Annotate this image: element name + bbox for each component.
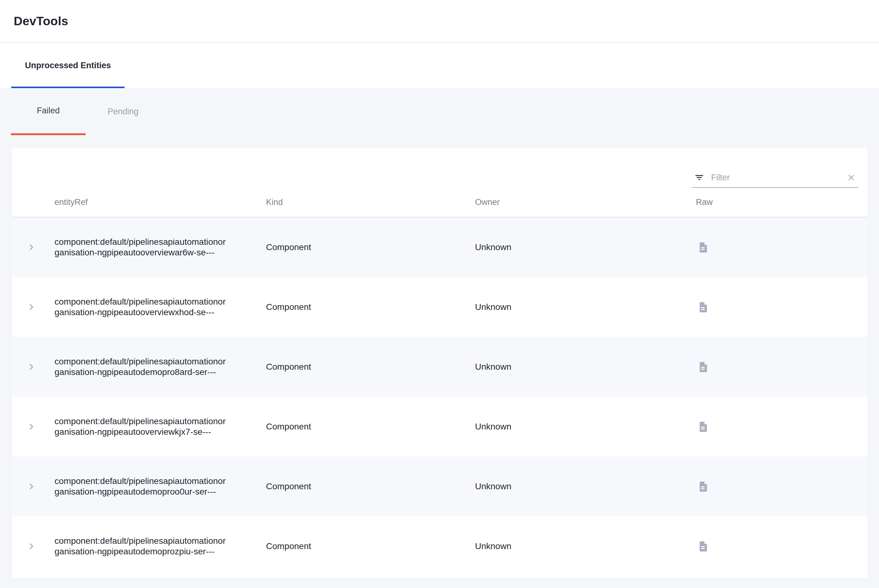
close-icon [846, 172, 856, 183]
kind-cell: Component [266, 242, 311, 252]
failed-entities-card: entityRef Kind Owner Raw component:defau… [12, 148, 867, 579]
table-row: component:default/pipelinesapiautomation… [12, 457, 867, 516]
status-tab-bar: Failed Pending [0, 88, 879, 135]
filter-row [12, 148, 867, 188]
owner-cell: Unknown [475, 362, 512, 372]
tab-failed-label: Failed [37, 106, 60, 116]
expand-row-button[interactable] [24, 359, 39, 374]
table-header-row: entityRef Kind Owner Raw [12, 188, 867, 218]
kind-cell: Component [266, 541, 311, 551]
view-raw-button[interactable] [696, 300, 711, 315]
kind-cell: Component [266, 482, 311, 491]
clear-filter-button[interactable] [844, 171, 858, 184]
expand-row-button[interactable] [24, 240, 39, 255]
view-raw-button[interactable] [696, 539, 711, 554]
table-row: component:default/pipelinesapiautomation… [12, 218, 867, 277]
primary-tab-bar: Unprocessed Entities [0, 43, 879, 88]
tab-unprocessed-entities[interactable]: Unprocessed Entities [11, 43, 124, 88]
chevron-right-icon [26, 481, 37, 492]
entityref-cell: component:default/pipelinesapiautomation… [54, 536, 229, 557]
kind-cell: Component [266, 422, 311, 431]
chevron-right-icon [26, 362, 37, 372]
active-tab-indicator [11, 87, 124, 88]
filter-field[interactable] [692, 168, 858, 188]
kind-cell: Component [266, 302, 311, 312]
expand-row-button[interactable] [24, 419, 39, 434]
chevron-right-icon [26, 422, 37, 432]
entityref-cell: component:default/pipelinesapiautomation… [54, 237, 229, 258]
tab-pending[interactable]: Pending [86, 88, 160, 135]
column-header-raw: Raw [685, 198, 867, 207]
page-title: DevTools [14, 14, 68, 28]
document-icon [699, 362, 708, 372]
table-row: component:default/pipelinesapiautomation… [12, 277, 867, 337]
table-row: component:default/pipelinesapiautomation… [12, 337, 867, 397]
top-bar: DevTools [0, 0, 879, 43]
document-icon [699, 242, 708, 253]
view-raw-button[interactable] [696, 419, 711, 434]
owner-cell: Unknown [475, 302, 512, 312]
chevron-right-icon [26, 302, 37, 312]
document-icon [699, 422, 708, 432]
expand-row-button[interactable] [24, 300, 39, 315]
filter-list-icon [694, 172, 704, 183]
tab-unprocessed-entities-label: Unprocessed Entities [25, 61, 111, 70]
document-icon [699, 302, 708, 312]
entityref-cell: component:default/pipelinesapiautomation… [54, 476, 229, 497]
owner-cell: Unknown [475, 422, 512, 431]
expand-row-button[interactable] [24, 539, 39, 554]
kind-cell: Component [266, 362, 311, 372]
owner-cell: Unknown [475, 242, 512, 252]
tab-pending-label: Pending [108, 107, 138, 117]
tab-failed[interactable]: Failed [11, 88, 86, 135]
view-raw-button[interactable] [696, 240, 711, 255]
owner-cell: Unknown [475, 482, 512, 491]
owner-cell: Unknown [475, 541, 512, 551]
filter-input[interactable] [711, 173, 844, 183]
document-icon [699, 482, 708, 492]
chevron-right-icon [26, 242, 37, 253]
table-row: component:default/pipelinesapiautomation… [12, 397, 867, 457]
expand-row-button[interactable] [24, 479, 39, 494]
entityref-cell: component:default/pipelinesapiautomation… [54, 297, 229, 318]
column-header-entityref: entityRef [54, 198, 266, 207]
chevron-right-icon [26, 541, 37, 552]
entityref-cell: component:default/pipelinesapiautomation… [54, 356, 229, 378]
entityref-cell: component:default/pipelinesapiautomation… [54, 416, 229, 437]
column-header-owner: Owner [475, 198, 685, 207]
table-row: component:default/pipelinesapiautomation… [12, 516, 867, 576]
column-header-kind: Kind [266, 198, 475, 207]
view-raw-button[interactable] [696, 359, 711, 374]
view-raw-button[interactable] [696, 479, 711, 494]
document-icon [699, 541, 708, 552]
